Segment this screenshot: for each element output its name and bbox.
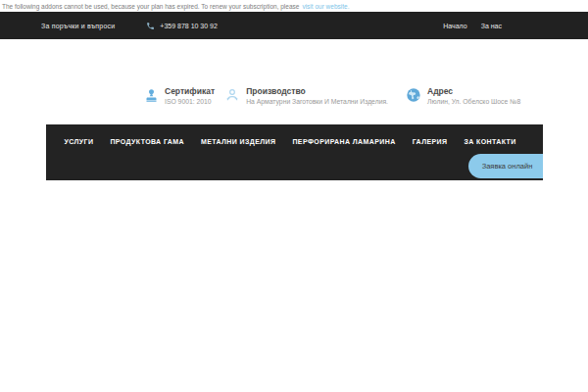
feature-subtitle: ISO 9001: 2010 — [165, 97, 215, 106]
topbar: За поръчки и въпроси +359 878 10 30 92 Н… — [0, 12, 588, 39]
nav-links: УСЛУГИ ПРОДУКТОВА ГАМА МЕТАЛНИ ИЗДЕЛИЯ П… — [46, 124, 543, 145]
header-area: Сертификат ISO 9001: 2010 Производство Н… — [0, 39, 588, 124]
nav-item-gallery[interactable]: ГАЛЕРИЯ — [413, 138, 448, 145]
feature-title: Сертификат — [165, 86, 215, 97]
feature-subtitle: Люлин, Ул. Обелско Шосе №8 — [427, 97, 520, 106]
online-request-button[interactable]: Заявка онлайн — [468, 154, 543, 178]
nav-item-services[interactable]: УСЛУГИ — [65, 138, 94, 145]
nav-item-contacts[interactable]: ЗА КОНТАКТИ — [464, 138, 515, 145]
feature-subtitle: На Арматурни Заготовки И Метални Изделия… — [246, 97, 388, 106]
topbar-menu-home[interactable]: Начало — [443, 23, 466, 29]
orders-label: За поръчки и въпроси — [41, 23, 115, 29]
feature-production: Производство На Арматурни Заготовки И Ме… — [224, 86, 388, 107]
factory-icon — [224, 87, 240, 107]
globe-icon — [406, 87, 421, 107]
feature-address: Адрес Люлин, Ул. Обелско Шосе №8 — [406, 86, 520, 107]
phone-icon — [146, 22, 155, 30]
nav-item-products[interactable]: ПРОДУКТОВА ГАМА — [110, 138, 184, 145]
plan-warning-bar: The following addons cannot be used, bec… — [0, 0, 588, 12]
visit-website-link[interactable]: visit our website — [302, 3, 347, 10]
feature-title: Адрес — [427, 86, 520, 97]
nav-item-metal[interactable]: МЕТАЛНИ ИЗДЕЛИЯ — [201, 138, 275, 145]
stamp-icon — [144, 87, 159, 108]
features-row: Сертификат ISO 9001: 2010 Производство Н… — [46, 86, 542, 108]
warning-suffix: . — [348, 3, 350, 10]
feature-title: Производство — [246, 86, 388, 97]
topbar-menu-about[interactable]: За нас — [481, 23, 502, 29]
nav-item-perforated[interactable]: ПЕРФОРИРАНА ЛАМАРИНА — [292, 138, 395, 145]
phone-group: +359 878 10 30 92 — [146, 22, 218, 30]
feature-certificate: Сертификат ISO 9001: 2010 — [144, 86, 215, 108]
main-nav: УСЛУГИ ПРОДУКТОВА ГАМА МЕТАЛНИ ИЗДЕЛИЯ П… — [46, 124, 543, 180]
topbar-menu: Начало За нас — [443, 23, 502, 29]
phone-number: +359 878 10 30 92 — [160, 23, 218, 29]
plan-warning-message: The following addons cannot be used, bec… — [2, 3, 299, 10]
